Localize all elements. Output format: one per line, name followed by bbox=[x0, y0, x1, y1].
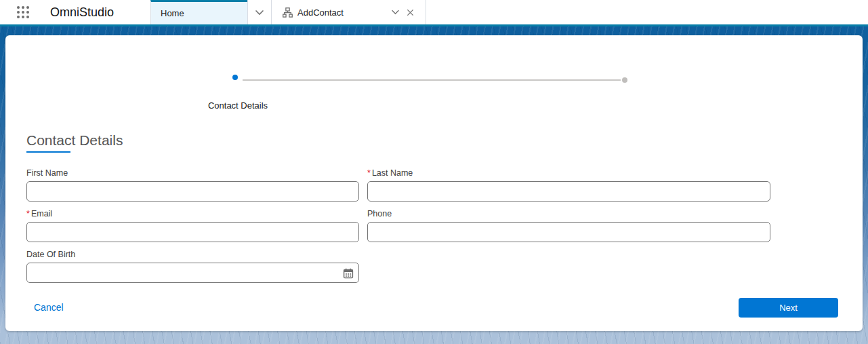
global-tab-bar: OmniStudio Home AddContact bbox=[0, 0, 868, 24]
first-name-input[interactable] bbox=[26, 181, 359, 202]
app-window: OmniStudio Home AddContact bbox=[0, 0, 868, 344]
cancel-link[interactable]: Cancel bbox=[34, 302, 64, 313]
flow-hierarchy-icon bbox=[283, 7, 293, 18]
field-email: *Email bbox=[26, 210, 359, 242]
stepper-step-label: Contact Details bbox=[208, 100, 268, 111]
tab-home-label: Home bbox=[161, 8, 184, 18]
calendar-icon bbox=[343, 268, 354, 279]
app-launcher-icon[interactable] bbox=[17, 6, 35, 19]
next-button[interactable]: Next bbox=[739, 298, 838, 318]
required-asterisk: * bbox=[367, 168, 371, 178]
close-icon bbox=[407, 9, 414, 16]
stepper-step-current[interactable] bbox=[232, 75, 238, 80]
chevron-down-icon bbox=[255, 9, 264, 16]
stepper-track bbox=[243, 79, 621, 81]
email-input[interactable] bbox=[26, 222, 359, 242]
tab-addcontact[interactable]: AddContact bbox=[272, 0, 426, 24]
tab-addcontact-label: AddContact bbox=[297, 7, 344, 18]
tab-home[interactable]: Home bbox=[150, 0, 247, 24]
tab-addcontact-close[interactable] bbox=[402, 5, 417, 20]
date-of-birth-label: Date Of Birth bbox=[26, 250, 359, 259]
field-last-name: *Last Name bbox=[367, 169, 770, 202]
first-name-label: First Name bbox=[26, 169, 359, 178]
canvas-background: Contact Details Contact Details First Na… bbox=[0, 26, 868, 344]
last-name-label: *Last Name bbox=[367, 169, 770, 178]
field-first-name: First Name bbox=[26, 169, 359, 202]
app-name: OmniStudio bbox=[50, 5, 114, 20]
tab-addcontact-dropdown[interactable] bbox=[388, 5, 402, 20]
section-title: Contact Details bbox=[26, 132, 123, 149]
email-label: *Email bbox=[26, 210, 359, 218]
last-name-input[interactable] bbox=[367, 181, 770, 202]
stepper-step-upcoming[interactable] bbox=[622, 77, 627, 83]
phone-input[interactable] bbox=[367, 222, 770, 242]
phone-label: Phone bbox=[367, 210, 770, 218]
date-of-birth-input[interactable] bbox=[26, 263, 359, 283]
field-date-of-birth: Date Of Birth bbox=[26, 250, 359, 283]
chevron-down-icon bbox=[391, 9, 400, 15]
tab-home-dropdown[interactable] bbox=[247, 0, 272, 24]
section-title-underline bbox=[26, 151, 70, 153]
field-phone: Phone bbox=[367, 210, 770, 242]
omniscript-card: Contact Details Contact Details First Na… bbox=[5, 35, 863, 331]
required-asterisk: * bbox=[26, 209, 30, 218]
date-picker-button[interactable] bbox=[342, 267, 354, 279]
